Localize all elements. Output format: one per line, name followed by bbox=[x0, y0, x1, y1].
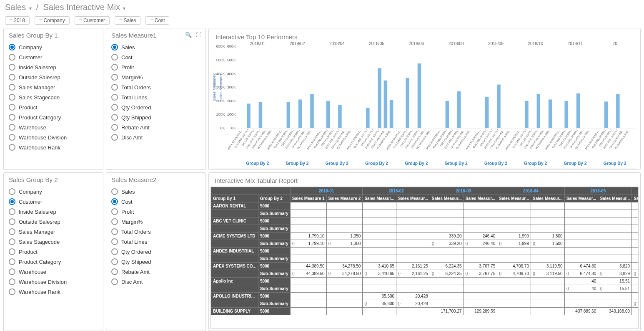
panel-title: Sales Group By 2 bbox=[9, 176, 98, 183]
svg-rect-49 bbox=[366, 108, 370, 128]
svg-rect-28 bbox=[287, 102, 291, 128]
radio-option[interactable]: Total Orders bbox=[111, 227, 200, 237]
radio-option[interactable]: Product Category bbox=[9, 257, 98, 267]
svg-text:0K: 0K bbox=[220, 126, 225, 130]
radio-option[interactable]: Disc Amt bbox=[111, 277, 200, 287]
period-header[interactable]: 2018-04 bbox=[497, 187, 564, 195]
radio-option[interactable]: Qty Shipped bbox=[111, 112, 200, 122]
filter-pill[interactable]: = 2018 bbox=[5, 16, 30, 25]
radio-option[interactable]: Warehouse Rank bbox=[9, 287, 98, 297]
radio-option[interactable]: Product bbox=[9, 102, 98, 112]
radio-option[interactable]: Sales Manager bbox=[9, 227, 98, 237]
svg-rect-97 bbox=[549, 99, 552, 128]
svg-rect-42 bbox=[338, 105, 342, 128]
filter-pill[interactable]: = Customer bbox=[75, 16, 110, 25]
radio-option[interactable]: Qty Shipeed bbox=[111, 257, 200, 267]
breadcrumb-level2[interactable]: Sales Interactive Mix bbox=[43, 3, 125, 12]
svg-rect-74 bbox=[457, 91, 461, 128]
period-header[interactable]: 2018-06 bbox=[632, 187, 639, 195]
radio-option[interactable]: Outside Salesrep bbox=[9, 217, 98, 227]
svg-text:Group By 2: Group By 2 bbox=[405, 161, 428, 166]
radio-option[interactable]: Qty Ordered bbox=[111, 102, 200, 112]
radio-option[interactable]: Sales Manager bbox=[9, 82, 98, 92]
filter-pill[interactable]: = Sales bbox=[115, 16, 140, 25]
search-icon[interactable]: 🔍 bbox=[185, 32, 192, 38]
svg-rect-81 bbox=[485, 97, 489, 128]
radio-option[interactable]: Warehouse Rank bbox=[9, 142, 98, 152]
breadcrumb-level1[interactable]: Sales bbox=[5, 3, 32, 12]
radio-option[interactable]: Warehouse Division bbox=[9, 132, 98, 142]
panel-title: Sales Group By 1 bbox=[9, 32, 98, 39]
panel-group2: Sales Group By 2 CompanyCustomerInside S… bbox=[3, 172, 103, 331]
expand-icon[interactable]: ⛶ bbox=[196, 32, 201, 38]
panel-measure2: Sales Measure2 SalesCostProfitMargin%Tot… bbox=[106, 172, 206, 331]
radio-option[interactable]: Outside Salesrep bbox=[9, 72, 98, 82]
radio-option[interactable]: Product bbox=[9, 247, 98, 257]
svg-text:Group By 2: Group By 2 bbox=[604, 161, 626, 166]
radio-option[interactable]: Margin% bbox=[111, 217, 200, 227]
svg-text:300K: 300K bbox=[227, 85, 236, 89]
svg-rect-84 bbox=[497, 85, 501, 128]
svg-text:Group By 2: Group By 2 bbox=[484, 161, 507, 166]
svg-rect-21 bbox=[259, 102, 263, 128]
svg-rect-34 bbox=[310, 94, 314, 128]
radio-option[interactable]: Inside Salesrep bbox=[9, 62, 98, 72]
radio-option[interactable]: Sales Stagecode bbox=[9, 92, 98, 102]
svg-rect-112 bbox=[604, 101, 608, 128]
svg-text:500K: 500K bbox=[216, 58, 225, 62]
svg-text:400K: 400K bbox=[227, 72, 236, 76]
svg-rect-56 bbox=[390, 100, 393, 128]
svg-text:2018/09: 2018/09 bbox=[488, 42, 504, 46]
svg-text:2018/08: 2018/08 bbox=[449, 42, 464, 46]
period-header[interactable]: 2018-01 bbox=[290, 187, 363, 195]
radio-option[interactable]: Customer bbox=[9, 52, 98, 62]
radio-option[interactable]: Customer bbox=[9, 197, 98, 207]
radio-option[interactable]: Warehouse Division bbox=[9, 277, 98, 287]
radio-option[interactable]: Warehouse bbox=[9, 122, 98, 132]
radio-option[interactable]: Company bbox=[9, 187, 98, 197]
period-header[interactable]: 2018-02 bbox=[363, 187, 430, 195]
svg-rect-91 bbox=[525, 101, 529, 128]
radio-option[interactable]: Sales bbox=[111, 187, 200, 197]
table-scroll[interactable]: 2018-012018-022018-032018-042018-052018-… bbox=[210, 187, 639, 329]
svg-text:Group By 2: Group By 2 bbox=[524, 161, 547, 166]
svg-rect-54 bbox=[384, 81, 388, 128]
filter-pill[interactable]: = Company bbox=[35, 16, 70, 25]
period-header[interactable]: 2018-05 bbox=[564, 187, 631, 195]
radio-option[interactable]: Disc Amt bbox=[111, 132, 200, 142]
radio-option[interactable]: Total Lines bbox=[111, 237, 200, 247]
radio-option[interactable]: Margin% bbox=[111, 72, 200, 82]
radio-option[interactable]: Cost bbox=[111, 197, 200, 207]
radio-option[interactable]: Profit bbox=[111, 62, 200, 72]
radio-option[interactable]: Sales Stagecode bbox=[9, 237, 98, 247]
radio-option[interactable]: Sales bbox=[111, 42, 200, 52]
radio-option[interactable]: Total Lines bbox=[111, 92, 200, 102]
radio-option[interactable]: Inside Salesrep bbox=[9, 207, 98, 217]
filter-pill[interactable]: = Cost bbox=[145, 16, 169, 25]
table-title: Interactive Mix Tabular Report bbox=[215, 177, 634, 184]
svg-text:Group By 2: Group By 2 bbox=[365, 161, 388, 166]
radio-option[interactable]: Qty Ordered bbox=[111, 247, 200, 257]
radio-option[interactable]: Rebate Amt bbox=[111, 122, 200, 132]
chart-panel: Interactive Top 10 Performers 0K0K100K10… bbox=[208, 28, 641, 170]
svg-rect-61 bbox=[406, 78, 409, 128]
radio-option[interactable]: Rebate Amt bbox=[111, 267, 200, 277]
radio-option[interactable]: Warehouse bbox=[9, 267, 98, 277]
svg-text:Sales Measure1: Sales Measure1 bbox=[219, 73, 223, 101]
radio-option[interactable]: Company bbox=[9, 42, 98, 52]
svg-text:2018/01: 2018/01 bbox=[250, 42, 265, 46]
radio-option[interactable]: Total Orders bbox=[111, 82, 200, 92]
radio-option[interactable]: Profit bbox=[111, 207, 200, 217]
svg-text:2018/05: 2018/05 bbox=[369, 42, 384, 46]
svg-text:2018/04: 2018/04 bbox=[329, 42, 345, 46]
svg-rect-94 bbox=[537, 94, 541, 128]
table-panel: Interactive Mix Tabular Report 2018-0120… bbox=[208, 172, 641, 331]
filter-row: = 2018= Company= Customer= Sales= Cost bbox=[0, 15, 644, 28]
svg-text:100K: 100K bbox=[227, 112, 236, 116]
radio-option[interactable]: Product Category bbox=[9, 112, 98, 122]
svg-text:100K: 100K bbox=[216, 112, 225, 116]
radio-option[interactable]: Cost bbox=[111, 52, 200, 62]
report-table: 2018-012018-022018-032018-042018-052018-… bbox=[211, 187, 639, 315]
svg-rect-71 bbox=[446, 101, 449, 128]
period-header[interactable]: 2018-03 bbox=[430, 187, 497, 195]
